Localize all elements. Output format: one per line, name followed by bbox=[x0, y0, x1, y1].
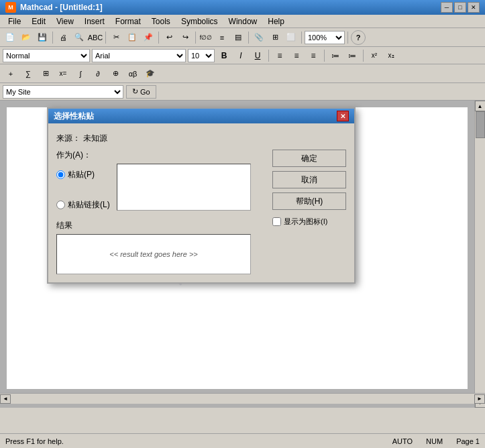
dialog-left-section: 作为(A)： 粘贴(P) 粘贴链接(L) bbox=[56, 150, 266, 274]
dialog-overlay: 选择性粘贴 ✕ 来源： 未知源 作为(A)： bbox=[0, 0, 485, 448]
dialog-title-text: 选择性粘贴 bbox=[54, 111, 94, 122]
dialog-body: 来源： 未知源 作为(A)： 粘贴( bbox=[48, 123, 354, 282]
paste-radio-row: 粘贴(P) bbox=[56, 169, 110, 180]
display-icon-label: 显示为图标(I) bbox=[284, 217, 327, 227]
result-label: 结果 bbox=[56, 220, 266, 231]
result-placeholder-text: << result text goes here >> bbox=[109, 250, 197, 258]
paste-link-radio-label: 粘贴链接(L) bbox=[68, 199, 110, 211]
dialog-main-row: 作为(A)： 粘贴(P) 粘贴链接(L) bbox=[56, 150, 346, 274]
help-button[interactable]: 帮助(H) bbox=[272, 192, 346, 210]
dialog-buttons: 确定 取消 帮助(H) 显示为图标(I) bbox=[272, 150, 346, 274]
dialog-title-bar: 选择性粘贴 ✕ bbox=[48, 109, 354, 123]
as-listbox[interactable] bbox=[117, 164, 251, 211]
paste-radio-label: 粘贴(P) bbox=[68, 169, 95, 180]
as-row: 作为(A)： bbox=[56, 150, 266, 161]
source-value: 未知源 bbox=[83, 133, 107, 144]
as-content: 粘贴(P) 粘贴链接(L) bbox=[56, 164, 266, 213]
paste-link-radio-row: 粘贴链接(L) bbox=[56, 199, 110, 211]
result-section: 结果 << result text goes here >> bbox=[56, 220, 266, 274]
paste-link-radio[interactable] bbox=[56, 201, 65, 209]
ok-button[interactable]: 确定 bbox=[272, 150, 346, 167]
cancel-button[interactable]: 取消 bbox=[272, 171, 346, 188]
as-label: 作为(A)： bbox=[56, 150, 91, 161]
paste-radio[interactable] bbox=[56, 170, 65, 179]
display-icon-row: 显示为图标(I) bbox=[272, 217, 346, 227]
paste-special-dialog: 选择性粘贴 ✕ 来源： 未知源 作为(A)： bbox=[47, 107, 356, 284]
source-row: 来源： 未知源 bbox=[56, 133, 346, 144]
display-icon-checkbox[interactable] bbox=[272, 217, 281, 226]
source-label: 来源： bbox=[56, 133, 80, 144]
result-box: << result text goes here >> bbox=[56, 234, 251, 274]
radio-group: 粘贴(P) 粘贴链接(L) bbox=[56, 164, 110, 213]
dialog-close-button[interactable]: ✕ bbox=[337, 111, 349, 121]
